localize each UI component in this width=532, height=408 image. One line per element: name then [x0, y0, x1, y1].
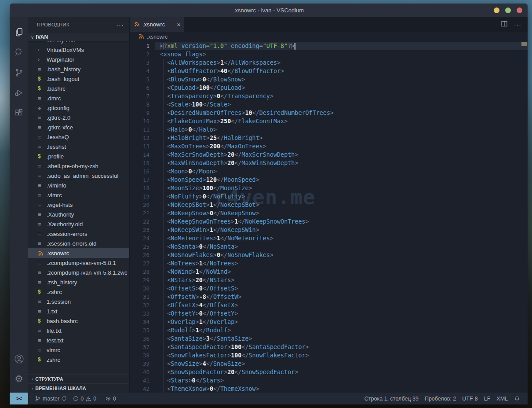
- file-item-.sudo-as-admin-successful[interactable]: ≡.sudo_as_admin_successful: [28, 171, 129, 180]
- code-line-15[interactable]: 15 <MaxWinSnowDepth>20</MaxWinSnowDepth>: [130, 159, 528, 167]
- file-item-.viminfo[interactable]: ≡.viminfo: [28, 180, 129, 190]
- editor-more-actions-icon[interactable]: ···: [514, 21, 521, 28]
- code-line-6[interactable]: 6 <CpuLoad>100</CpuLoad>: [130, 84, 528, 92]
- file-item-test.txt[interactable]: ≡test.txt: [28, 335, 129, 345]
- code-line-41[interactable]: 41 <Stars>0</Stars>: [130, 376, 528, 385]
- code-line-5[interactable]: 5 <BlowSnow>0</BlowSnow>: [130, 75, 528, 84]
- code-line-29[interactable]: 29 <NStars>20</NStars>: [130, 276, 528, 284]
- indentation-status[interactable]: Пробелов: 2: [422, 396, 459, 402]
- eol-status[interactable]: LF: [481, 396, 494, 402]
- outline-panel-header[interactable]: › СТРУКТУРА: [28, 374, 129, 383]
- code-line-30[interactable]: 30 <OffsetS>0</OffsetS>: [130, 284, 528, 293]
- explorer-more-actions-icon[interactable]: ···: [116, 21, 124, 29]
- file-item-.gitconfig[interactable]: ◆.gitconfig: [28, 103, 129, 113]
- file-item-.gtkrc-2.0[interactable]: ≡.gtkrc-2.0: [28, 113, 129, 122]
- close-button[interactable]: [517, 7, 522, 13]
- file-item-.lesshst[interactable]: ≡.lesshst: [28, 142, 129, 151]
- code-line-40[interactable]: 40 <SnowSpeedFactor>20</SnowSpeedFactor>: [130, 368, 528, 376]
- file-item-.bashrc[interactable]: $.bashrc: [28, 84, 129, 93]
- code-line-3[interactable]: 3 <AllWorkspaces>1</AllWorkspaces>: [130, 59, 528, 67]
- code-line-38[interactable]: 38 <SnowFlakesFactor>100</SnowFlakesFact…: [130, 351, 528, 360]
- code-line-8[interactable]: 8 <Scale>100</Scale>: [130, 100, 528, 109]
- code-line-31[interactable]: 31 <OffsetW>-8</OffsetW>: [130, 293, 528, 301]
- split-editor-icon[interactable]: [501, 20, 508, 29]
- code-line-36[interactable]: 36 <SantaSize>3</SantaSize>: [130, 334, 528, 343]
- file-item-VirtualBoxVMs[interactable]: ›VirtualBoxVMs: [28, 45, 129, 55]
- code-line-14[interactable]: 14 <MaxScrSnowDepth>20</MaxScrSnowDepth>: [130, 151, 528, 159]
- tab-close-icon[interactable]: ×: [177, 21, 181, 28]
- code-line-1[interactable]: 1<?xml version="1.0" encoding="UTF-8"?>: [130, 42, 528, 50]
- code-line-9[interactable]: 9 <DesiredNumberOfTrees>10</DesiredNumbe…: [130, 109, 528, 117]
- file-item-.gtkrc-xfce[interactable]: ≡.gtkrc-xfce: [28, 122, 129, 132]
- file-item-.zsh-history[interactable]: ≡.zsh_history: [28, 277, 129, 287]
- file-item-bash.bashrc[interactable]: $bash.bashrc: [28, 316, 129, 326]
- settings-gear-icon[interactable]: ⚙: [10, 369, 28, 389]
- extensions-icon[interactable]: [10, 103, 28, 123]
- code-line-24[interactable]: 24 <NoMeteorites>1</NoMeteorites>: [130, 234, 528, 243]
- file-item-.zcompdump-ivan-vm-5.8.1[interactable]: ≡.zcompdump-ivan-vm-5.8.1: [28, 258, 129, 268]
- file-item-.xsession-errors.old[interactable]: ≡.xsession-errors.old: [28, 239, 129, 248]
- code-line-25[interactable]: 25 <NoSanta>0</NoSanta>: [130, 243, 528, 251]
- code-line-11[interactable]: 11 <Halo>0</Halo>: [130, 125, 528, 134]
- file-item-.zshrc[interactable]: $.zshrc: [28, 287, 129, 297]
- code-line-18[interactable]: 18 <MoonSize>100</MoonSize>: [130, 184, 528, 192]
- file-item-.Xauthority.old[interactable]: ≡.Xauthority.old: [28, 219, 129, 229]
- code-line-16[interactable]: 16 <Moon>0</Moon>: [130, 167, 528, 176]
- minimize-button[interactable]: [494, 7, 499, 13]
- code-line-37[interactable]: 37 <SantaSpeedFactor>100</SantaSpeedFact…: [130, 343, 528, 351]
- file-item-.profile[interactable]: $.profile: [28, 151, 129, 161]
- code-line-42[interactable]: 42 <ThemeXsnow>0</ThemeXsnow>: [130, 385, 528, 393]
- code-editor[interactable]: 1<?xml version="1.0" encoding="UTF-8"?>2…: [130, 42, 528, 393]
- encoding-status[interactable]: UTF-8: [459, 396, 481, 402]
- source-control-icon[interactable]: [10, 62, 28, 83]
- code-line-17[interactable]: 17 <MoonSpeed>120</MoonSpeed>: [130, 176, 528, 184]
- timeline-panel-header[interactable]: › ВРЕМЕННАЯ ШКАЛА: [28, 383, 129, 393]
- code-line-27[interactable]: 27 <NoTrees>1</NoTrees>: [130, 259, 528, 268]
- tab-xsnowrc[interactable]: .xsnowrc ×: [130, 17, 184, 32]
- code-line-10[interactable]: 10 <FlakeCountMax>250</FlakeCountMax>: [130, 117, 528, 125]
- language-mode-status[interactable]: XML: [493, 396, 511, 402]
- file-item-.oh-my-zsh[interactable]: ›.oh-my-zsh: [28, 41, 129, 45]
- file-item-1.txt[interactable]: ≡1.txt: [28, 306, 129, 316]
- workspace-section-header[interactable]: ∨ IVAN: [28, 33, 129, 41]
- file-item-vimrc[interactable]: ≡vimrc: [28, 345, 129, 355]
- code-line-23[interactable]: 23 <NoKeepSWin>1</NoKeepSWin>: [130, 226, 528, 234]
- file-item-1.session[interactable]: ≡1.session: [28, 297, 129, 306]
- notifications-bell[interactable]: [511, 396, 523, 402]
- file-item-.dmrc[interactable]: ≡.dmrc: [28, 93, 129, 103]
- accounts-icon[interactable]: [10, 349, 28, 369]
- code-line-12[interactable]: 12 <HaloBright>25</HaloBright>: [130, 134, 528, 142]
- explorer-icon[interactable]: [10, 22, 28, 42]
- code-line-33[interactable]: 33 <OffsetY>0</OffsetY>: [130, 309, 528, 318]
- code-line-35[interactable]: 35 <Rudolf>1</Rudolf>: [130, 326, 528, 334]
- code-line-39[interactable]: 39 <SnowSize>4</SnowSize>: [130, 360, 528, 368]
- git-branch-status[interactable]: master: [32, 396, 70, 402]
- file-item-zshrc[interactable]: $zshrc: [28, 355, 129, 364]
- code-line-19[interactable]: 19 <NoFluffy>0</NoFluffy>: [130, 192, 528, 201]
- file-item-file.txt[interactable]: ≡file.txt: [28, 326, 129, 335]
- code-line-13[interactable]: 13 <MaxOnTrees>200</MaxOnTrees>: [130, 142, 528, 151]
- remote-indicator[interactable]: ><: [10, 393, 28, 404]
- code-line-21[interactable]: 21 <NoKeepSnow>0</NoKeepSnow>: [130, 209, 528, 217]
- code-line-4[interactable]: 4 <BlowOffFactor>40</BlowOffFactor>: [130, 67, 528, 75]
- file-item-.xsession-errors[interactable]: ≡.xsession-errors: [28, 229, 129, 239]
- code-line-7[interactable]: 7 <Transparency>0</Transparency>: [130, 92, 528, 100]
- file-item-.zcompdump-ivan-vm-5.8.1.zwc[interactable]: ≡.zcompdump-ivan-vm-5.8.1.zwc: [28, 268, 129, 277]
- file-item-.wget-hsts[interactable]: ≡.wget-hsts: [28, 200, 129, 210]
- file-item-.vimrc[interactable]: ≡.vimrc: [28, 190, 129, 200]
- file-item-.xsnowrc[interactable]: .xsnowrc: [28, 248, 129, 258]
- code-line-32[interactable]: 32 <OffsetX>4</OffsetX>: [130, 301, 528, 309]
- breadcrumb[interactable]: .xsnowrc: [130, 32, 528, 42]
- file-item-.bash-history[interactable]: ≡.bash_history: [28, 64, 129, 74]
- cursor-position-status[interactable]: Строка 1, столбец 39: [361, 396, 422, 402]
- file-item-.Xauthority[interactable]: ≡.Xauthority: [28, 210, 129, 219]
- file-item-.lesshsQ[interactable]: ≡.lesshsQ: [28, 132, 129, 142]
- search-icon[interactable]: [10, 42, 28, 62]
- code-line-34[interactable]: 34 <Overlap>1</Overlap>: [130, 318, 528, 326]
- run-and-debug-icon[interactable]: [10, 83, 28, 103]
- ports-status[interactable]: 0: [102, 396, 119, 402]
- file-item-.bash-logout[interactable]: $.bash_logout: [28, 74, 129, 84]
- code-line-22[interactable]: 22 <NoKeepSnowOnTrees>1</NoKeepSnowOnTre…: [130, 217, 528, 226]
- maximize-button[interactable]: [505, 7, 511, 13]
- title-bar[interactable]: .xsnowrc - ivan - VSCodium: [10, 4, 528, 17]
